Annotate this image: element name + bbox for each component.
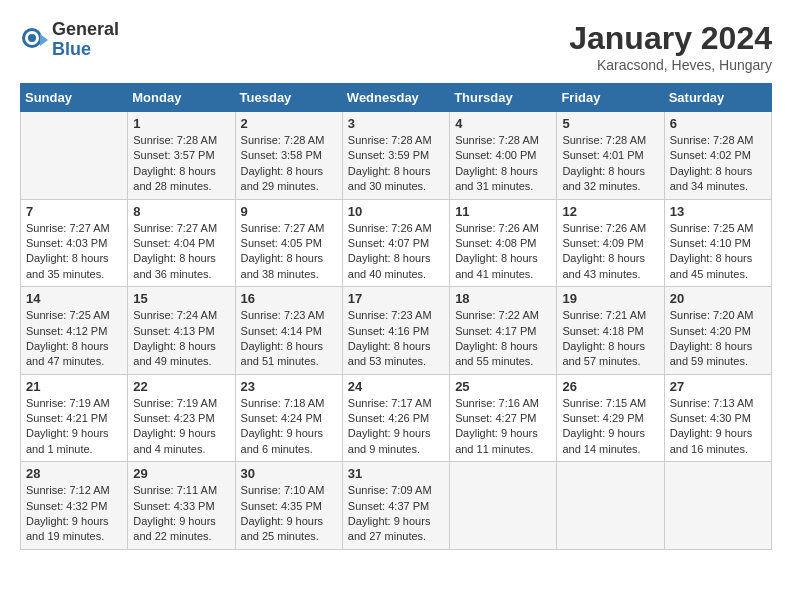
table-row: 29Sunrise: 7:11 AM Sunset: 4:33 PM Dayli… [128,462,235,550]
day-number: 24 [348,379,444,394]
day-info: Sunrise: 7:13 AM Sunset: 4:30 PM Dayligh… [670,396,766,458]
day-info: Sunrise: 7:26 AM Sunset: 4:08 PM Dayligh… [455,221,551,283]
table-row: 3Sunrise: 7:28 AM Sunset: 3:59 PM Daylig… [342,112,449,200]
logo-blue-text: Blue [52,40,119,60]
day-number: 9 [241,204,337,219]
table-row: 6Sunrise: 7:28 AM Sunset: 4:02 PM Daylig… [664,112,771,200]
day-number: 4 [455,116,551,131]
day-number: 7 [26,204,122,219]
day-number: 14 [26,291,122,306]
table-row: 1Sunrise: 7:28 AM Sunset: 3:57 PM Daylig… [128,112,235,200]
day-number: 23 [241,379,337,394]
calendar-week-row: 21Sunrise: 7:19 AM Sunset: 4:21 PM Dayli… [21,374,772,462]
month-title: January 2024 [569,20,772,57]
col-saturday: Saturday [664,84,771,112]
day-info: Sunrise: 7:28 AM Sunset: 4:02 PM Dayligh… [670,133,766,195]
day-number: 30 [241,466,337,481]
day-info: Sunrise: 7:26 AM Sunset: 4:09 PM Dayligh… [562,221,658,283]
col-monday: Monday [128,84,235,112]
svg-marker-1 [40,34,48,46]
day-info: Sunrise: 7:19 AM Sunset: 4:23 PM Dayligh… [133,396,229,458]
day-info: Sunrise: 7:23 AM Sunset: 4:14 PM Dayligh… [241,308,337,370]
day-info: Sunrise: 7:28 AM Sunset: 4:01 PM Dayligh… [562,133,658,195]
day-number: 17 [348,291,444,306]
header: General Blue January 2024 Karacsond, Hev… [20,20,772,73]
col-wednesday: Wednesday [342,84,449,112]
calendar: Sunday Monday Tuesday Wednesday Thursday… [20,83,772,550]
day-info: Sunrise: 7:22 AM Sunset: 4:17 PM Dayligh… [455,308,551,370]
location-title: Karacsond, Heves, Hungary [569,57,772,73]
day-number: 8 [133,204,229,219]
calendar-header-row: Sunday Monday Tuesday Wednesday Thursday… [21,84,772,112]
table-row [557,462,664,550]
table-row: 7Sunrise: 7:27 AM Sunset: 4:03 PM Daylig… [21,199,128,287]
day-number: 15 [133,291,229,306]
day-info: Sunrise: 7:28 AM Sunset: 4:00 PM Dayligh… [455,133,551,195]
calendar-week-row: 1Sunrise: 7:28 AM Sunset: 3:57 PM Daylig… [21,112,772,200]
col-sunday: Sunday [21,84,128,112]
title-area: January 2024 Karacsond, Heves, Hungary [569,20,772,73]
calendar-week-row: 14Sunrise: 7:25 AM Sunset: 4:12 PM Dayli… [21,287,772,375]
logo-icon [20,26,48,54]
table-row: 4Sunrise: 7:28 AM Sunset: 4:00 PM Daylig… [450,112,557,200]
day-number: 22 [133,379,229,394]
calendar-week-row: 7Sunrise: 7:27 AM Sunset: 4:03 PM Daylig… [21,199,772,287]
day-number: 10 [348,204,444,219]
day-info: Sunrise: 7:17 AM Sunset: 4:26 PM Dayligh… [348,396,444,458]
day-info: Sunrise: 7:27 AM Sunset: 4:04 PM Dayligh… [133,221,229,283]
day-info: Sunrise: 7:20 AM Sunset: 4:20 PM Dayligh… [670,308,766,370]
table-row: 20Sunrise: 7:20 AM Sunset: 4:20 PM Dayli… [664,287,771,375]
day-info: Sunrise: 7:18 AM Sunset: 4:24 PM Dayligh… [241,396,337,458]
day-number: 3 [348,116,444,131]
day-number: 25 [455,379,551,394]
day-info: Sunrise: 7:25 AM Sunset: 4:10 PM Dayligh… [670,221,766,283]
col-tuesday: Tuesday [235,84,342,112]
logo-text: General Blue [52,20,119,60]
day-number: 19 [562,291,658,306]
table-row: 10Sunrise: 7:26 AM Sunset: 4:07 PM Dayli… [342,199,449,287]
day-number: 27 [670,379,766,394]
table-row: 21Sunrise: 7:19 AM Sunset: 4:21 PM Dayli… [21,374,128,462]
day-number: 20 [670,291,766,306]
day-info: Sunrise: 7:19 AM Sunset: 4:21 PM Dayligh… [26,396,122,458]
day-number: 21 [26,379,122,394]
table-row: 28Sunrise: 7:12 AM Sunset: 4:32 PM Dayli… [21,462,128,550]
day-number: 6 [670,116,766,131]
day-info: Sunrise: 7:21 AM Sunset: 4:18 PM Dayligh… [562,308,658,370]
day-info: Sunrise: 7:12 AM Sunset: 4:32 PM Dayligh… [26,483,122,545]
table-row: 25Sunrise: 7:16 AM Sunset: 4:27 PM Dayli… [450,374,557,462]
day-info: Sunrise: 7:28 AM Sunset: 3:59 PM Dayligh… [348,133,444,195]
table-row: 26Sunrise: 7:15 AM Sunset: 4:29 PM Dayli… [557,374,664,462]
logo-general-text: General [52,20,119,40]
table-row [21,112,128,200]
table-row: 30Sunrise: 7:10 AM Sunset: 4:35 PM Dayli… [235,462,342,550]
day-number: 1 [133,116,229,131]
svg-point-3 [28,34,36,42]
table-row: 9Sunrise: 7:27 AM Sunset: 4:05 PM Daylig… [235,199,342,287]
table-row: 23Sunrise: 7:18 AM Sunset: 4:24 PM Dayli… [235,374,342,462]
day-number: 16 [241,291,337,306]
day-info: Sunrise: 7:11 AM Sunset: 4:33 PM Dayligh… [133,483,229,545]
table-row: 27Sunrise: 7:13 AM Sunset: 4:30 PM Dayli… [664,374,771,462]
table-row: 13Sunrise: 7:25 AM Sunset: 4:10 PM Dayli… [664,199,771,287]
table-row: 22Sunrise: 7:19 AM Sunset: 4:23 PM Dayli… [128,374,235,462]
day-info: Sunrise: 7:25 AM Sunset: 4:12 PM Dayligh… [26,308,122,370]
table-row: 11Sunrise: 7:26 AM Sunset: 4:08 PM Dayli… [450,199,557,287]
day-info: Sunrise: 7:10 AM Sunset: 4:35 PM Dayligh… [241,483,337,545]
day-info: Sunrise: 7:16 AM Sunset: 4:27 PM Dayligh… [455,396,551,458]
table-row: 19Sunrise: 7:21 AM Sunset: 4:18 PM Dayli… [557,287,664,375]
table-row: 17Sunrise: 7:23 AM Sunset: 4:16 PM Dayli… [342,287,449,375]
day-info: Sunrise: 7:23 AM Sunset: 4:16 PM Dayligh… [348,308,444,370]
table-row: 16Sunrise: 7:23 AM Sunset: 4:14 PM Dayli… [235,287,342,375]
table-row: 12Sunrise: 7:26 AM Sunset: 4:09 PM Dayli… [557,199,664,287]
day-number: 31 [348,466,444,481]
table-row: 24Sunrise: 7:17 AM Sunset: 4:26 PM Dayli… [342,374,449,462]
day-number: 11 [455,204,551,219]
table-row: 5Sunrise: 7:28 AM Sunset: 4:01 PM Daylig… [557,112,664,200]
logo: General Blue [20,20,119,60]
day-info: Sunrise: 7:28 AM Sunset: 3:57 PM Dayligh… [133,133,229,195]
day-number: 13 [670,204,766,219]
day-number: 12 [562,204,658,219]
table-row [664,462,771,550]
col-thursday: Thursday [450,84,557,112]
